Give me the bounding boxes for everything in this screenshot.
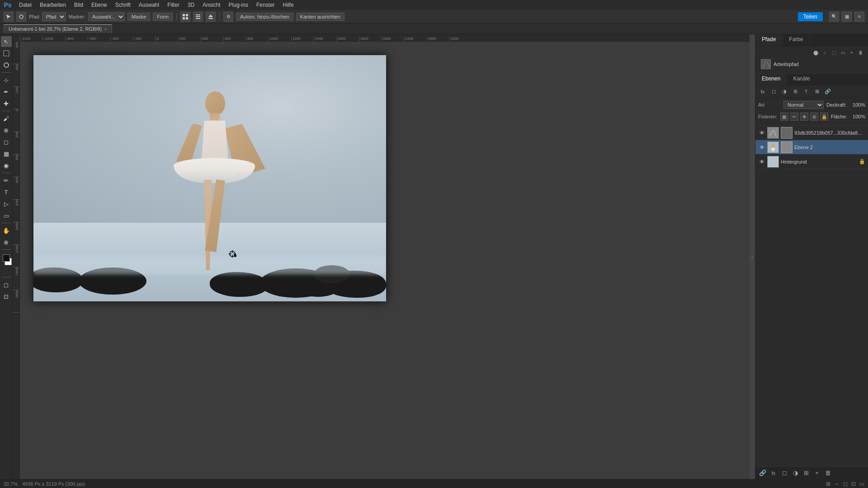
status-icon4[interactable]: ⊡ bbox=[851, 481, 856, 487]
lock-paint-btn[interactable]: ✏ bbox=[790, 113, 798, 121]
tab-channels[interactable]: Kanäle bbox=[787, 74, 816, 85]
status-icon3[interactable]: ◻ bbox=[843, 481, 848, 487]
menu-3d[interactable]: 3D bbox=[184, 1, 198, 9]
status-icon1[interactable]: ⊞ bbox=[826, 481, 830, 487]
layer-visibility-eye[interactable]: 👁 bbox=[758, 158, 765, 165]
path-stroke-icon[interactable]: ○ bbox=[821, 49, 828, 56]
mask-bottom-icon[interactable]: ◻ bbox=[780, 469, 789, 478]
brush-tool[interactable]: 🖌 bbox=[1, 113, 12, 124]
path-delete-icon[interactable]: 🗑 bbox=[857, 49, 864, 56]
pen-tool[interactable]: ✏ bbox=[1, 175, 12, 186]
marker-select[interactable]: Auswahl... bbox=[88, 12, 125, 21]
zoom-level: 20,7% bbox=[4, 481, 18, 487]
lasso-tool[interactable] bbox=[1, 60, 12, 70]
lock-transparent-btn[interactable]: ▦ bbox=[780, 113, 788, 121]
link-layers-icon[interactable]: 🔗 bbox=[823, 87, 832, 96]
shape-tool[interactable]: ▭ bbox=[1, 210, 12, 221]
panel-collapse-arrow[interactable]: ‹ bbox=[750, 34, 755, 479]
view-icon[interactable]: ≡ bbox=[854, 12, 864, 22]
fx-bottom-icon[interactable]: fx bbox=[769, 469, 778, 478]
paths-list-item[interactable]: Arbeitspfad bbox=[759, 58, 864, 70]
lock-all-btn[interactable]: 🔒 bbox=[820, 113, 828, 121]
menu-fenster[interactable]: Fenster bbox=[253, 1, 278, 9]
document-tab[interactable]: Unbenannt-1 bei 20,7% (Ebene 2, RGB/8) × bbox=[4, 24, 112, 33]
type-layer-icon[interactable]: T bbox=[802, 87, 811, 96]
maske-button[interactable]: Maske bbox=[127, 13, 150, 21]
eraser-tool[interactable]: ◻ bbox=[1, 136, 12, 147]
group-bottom-icon[interactable]: ⊞ bbox=[802, 469, 811, 478]
layer-item[interactable]: 👁 Ebene 2 bbox=[755, 140, 868, 155]
link-icon[interactable]: 🔗 bbox=[758, 469, 767, 478]
ruler-mark: -1000 bbox=[42, 37, 65, 41]
canvas-scroll-area[interactable]: + bbox=[20, 42, 750, 479]
form-button[interactable]: Form bbox=[153, 13, 173, 21]
new-layer-icon[interactable]: + bbox=[812, 469, 821, 478]
foreground-color-swatch[interactable] bbox=[3, 254, 10, 262]
layer-item[interactable]: 👁 Hintergrund 🔒 bbox=[755, 155, 868, 169]
crop-tool[interactable]: ⊹ bbox=[1, 75, 12, 85]
path-fill-icon[interactable]: ⬤ bbox=[812, 49, 819, 56]
menu-bild[interactable]: Bild bbox=[71, 1, 87, 9]
menu-bearbeiten[interactable]: Bearbeiten bbox=[36, 1, 70, 9]
lock-position-btn[interactable]: ✥ bbox=[800, 113, 808, 121]
arrange-icon[interactable]: ⊠ bbox=[812, 87, 821, 96]
layout-icon[interactable]: ▦ bbox=[842, 12, 852, 22]
move-tool[interactable]: ↖ bbox=[1, 36, 12, 47]
lock-artboard-btn[interactable]: ⊞ bbox=[810, 113, 818, 121]
screen-mode-btn[interactable]: ⊡ bbox=[1, 291, 12, 302]
tool-icon[interactable] bbox=[4, 12, 14, 22]
ruler-mark: 1600 bbox=[336, 37, 359, 41]
layer-visibility-eye[interactable]: 👁 bbox=[758, 144, 765, 151]
autom-button[interactable]: Autom. hinzu-/löschen bbox=[236, 13, 293, 21]
hand-tool[interactable]: ✋ bbox=[1, 225, 12, 236]
menu-hilfe[interactable]: Hilfe bbox=[279, 1, 297, 9]
tab-color[interactable]: Farbe bbox=[783, 34, 810, 46]
share-button[interactable]: Teilen bbox=[798, 12, 823, 21]
menu-ebene[interactable]: Ebene bbox=[88, 1, 111, 9]
group-icon[interactable]: ⊞ bbox=[791, 87, 800, 96]
path-arrange-icon[interactable] bbox=[206, 12, 216, 22]
gradient-tool[interactable]: ▦ bbox=[1, 148, 12, 159]
search-icon[interactable]: 🔍 bbox=[829, 12, 839, 22]
menu-ansicht[interactable]: Ansicht bbox=[199, 1, 224, 9]
fx-icon[interactable]: fx bbox=[758, 87, 767, 96]
status-icon2[interactable]: ↔ bbox=[834, 481, 840, 487]
path-operations-icon[interactable] bbox=[180, 12, 190, 22]
path-selection-tool[interactable]: ▷ bbox=[1, 198, 12, 209]
kanten-button[interactable]: Kanten ausrichten bbox=[296, 13, 344, 21]
blend-mode-select[interactable]: Normal bbox=[783, 101, 824, 109]
mask-mode-btn[interactable]: ◻ bbox=[1, 279, 12, 290]
menu-datei[interactable]: Datei bbox=[15, 1, 35, 9]
zoom-tool[interactable]: ⊕ bbox=[1, 237, 12, 248]
selection-tool[interactable] bbox=[1, 48, 12, 59]
path-align-icon[interactable] bbox=[193, 12, 203, 22]
type-tool[interactable]: T bbox=[1, 187, 12, 197]
status-icon5[interactable]: ▭ bbox=[859, 481, 864, 487]
tab-paths[interactable]: Pfade bbox=[755, 34, 783, 46]
gear-icon[interactable]: ⚙ bbox=[223, 12, 233, 22]
menu-plugins[interactable]: Plug-ins bbox=[225, 1, 252, 9]
blur-tool[interactable]: ◉ bbox=[1, 160, 12, 171]
menu-schrift[interactable]: Schrift bbox=[112, 1, 134, 9]
path-to-selection-icon[interactable]: ⬚ bbox=[830, 49, 837, 56]
menu-filter[interactable]: Filter bbox=[164, 1, 183, 9]
mask-icon[interactable]: ◻ bbox=[769, 87, 778, 96]
ruler-mark: 3200 bbox=[449, 37, 472, 41]
path-mask-icon[interactable]: ▭ bbox=[839, 49, 846, 56]
tab-close-button[interactable]: × bbox=[104, 27, 107, 32]
delete-layer-icon[interactable]: 🗑 bbox=[823, 469, 832, 478]
menu-auswahl[interactable]: Auswahl bbox=[135, 1, 163, 9]
clone-tool[interactable]: ⊕ bbox=[1, 125, 12, 136]
adjustment-icon[interactable]: ◑ bbox=[780, 87, 789, 96]
ruler-mark: 1200 bbox=[291, 37, 314, 41]
tool-icon2[interactable] bbox=[16, 12, 26, 22]
color-swatches bbox=[1, 254, 12, 269]
path-select[interactable]: Pfad bbox=[42, 12, 66, 21]
tab-layers[interactable]: Ebenen bbox=[755, 74, 787, 85]
layer-item[interactable]: 👁 93db395218b057...330cfda8922cb bbox=[755, 126, 868, 140]
eyedropper-tool[interactable]: ✒ bbox=[1, 86, 12, 97]
layer-visibility-eye[interactable]: 👁 bbox=[758, 129, 765, 136]
path-new-icon[interactable]: + bbox=[848, 49, 855, 56]
adjustment-bottom-icon[interactable]: ◑ bbox=[791, 469, 800, 478]
healing-tool[interactable]: ✚ bbox=[1, 98, 12, 109]
